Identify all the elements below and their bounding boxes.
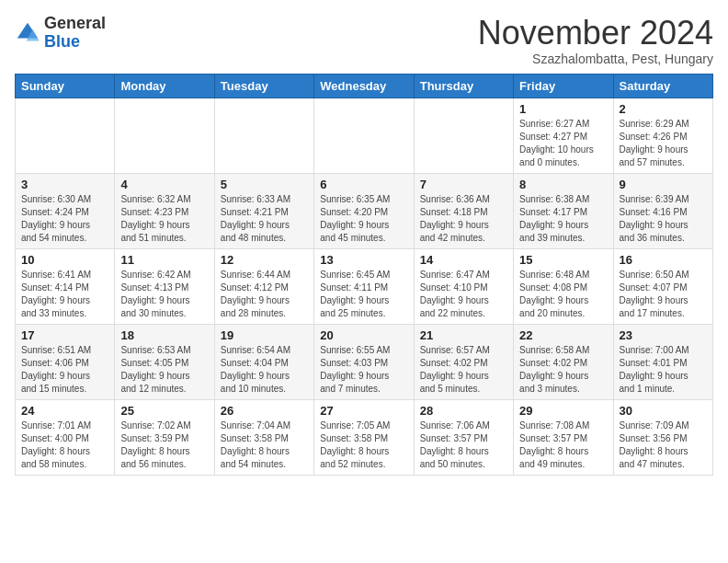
calendar-cell: 30Sunrise: 7:09 AM Sunset: 3:56 PM Dayli… — [613, 399, 712, 475]
location: Szazhalombatta, Pest, Hungary — [478, 52, 713, 66]
calendar-cell: 15Sunrise: 6:48 AM Sunset: 4:08 PM Dayli… — [514, 248, 613, 324]
day-number: 4 — [120, 178, 208, 191]
day-number: 16 — [620, 253, 707, 267]
day-info: Sunrise: 6:44 AM Sunset: 4:12 PM Dayligh… — [221, 269, 308, 320]
weekday-header-thursday: Thursday — [414, 74, 513, 98]
day-info: Sunrise: 6:38 AM Sunset: 4:17 PM Dayligh… — [519, 193, 607, 245]
calendar-cell: 17Sunrise: 6:51 AM Sunset: 4:06 PM Dayli… — [16, 324, 115, 399]
logo: General Blue — [15, 15, 106, 52]
day-number: 15 — [519, 253, 607, 267]
calendar-cell: 28Sunrise: 7:06 AM Sunset: 3:57 PM Dayli… — [414, 399, 513, 475]
day-number: 7 — [420, 178, 507, 191]
day-info: Sunrise: 6:29 AM Sunset: 4:26 PM Dayligh… — [620, 118, 707, 169]
day-number: 12 — [221, 253, 308, 267]
weekday-header-wednesday: Wednesday — [314, 74, 414, 98]
day-number: 3 — [21, 178, 108, 191]
day-info: Sunrise: 6:45 AM Sunset: 4:11 PM Dayligh… — [320, 269, 407, 320]
calendar-cell — [314, 98, 414, 173]
day-info: Sunrise: 6:32 AM Sunset: 4:23 PM Dayligh… — [120, 193, 208, 245]
day-info: Sunrise: 6:55 AM Sunset: 4:03 PM Dayligh… — [320, 344, 407, 396]
day-info: Sunrise: 6:47 AM Sunset: 4:10 PM Dayligh… — [420, 269, 507, 320]
day-number: 27 — [320, 404, 407, 418]
day-number: 9 — [620, 178, 707, 191]
day-info: Sunrise: 7:05 AM Sunset: 3:58 PM Dayligh… — [320, 419, 407, 471]
calendar-cell — [414, 98, 513, 173]
day-info: Sunrise: 6:27 AM Sunset: 4:27 PM Dayligh… — [519, 118, 607, 169]
day-number: 6 — [320, 178, 407, 191]
weekday-header-tuesday: Tuesday — [214, 74, 313, 98]
day-info: Sunrise: 7:08 AM Sunset: 3:57 PM Dayligh… — [519, 419, 607, 471]
calendar-cell: 13Sunrise: 6:45 AM Sunset: 4:11 PM Dayli… — [314, 248, 414, 324]
calendar-cell: 7Sunrise: 6:36 AM Sunset: 4:18 PM Daylig… — [414, 173, 513, 248]
weekday-header-saturday: Saturday — [613, 74, 712, 98]
day-number: 18 — [120, 328, 208, 342]
day-number: 23 — [620, 328, 707, 342]
day-number: 5 — [221, 178, 308, 191]
day-info: Sunrise: 6:36 AM Sunset: 4:18 PM Dayligh… — [420, 193, 507, 245]
calendar-cell: 12Sunrise: 6:44 AM Sunset: 4:12 PM Dayli… — [214, 248, 313, 324]
page-header: General Blue November 2024 Szazhalombatt… — [15, 15, 713, 66]
day-info: Sunrise: 7:04 AM Sunset: 3:58 PM Dayligh… — [221, 419, 308, 471]
day-number: 8 — [519, 178, 607, 191]
day-number: 1 — [519, 102, 607, 116]
calendar-cell: 10Sunrise: 6:41 AM Sunset: 4:14 PM Dayli… — [16, 248, 115, 324]
calendar-cell: 3Sunrise: 6:30 AM Sunset: 4:24 PM Daylig… — [16, 173, 115, 248]
week-row-3: 10Sunrise: 6:41 AM Sunset: 4:14 PM Dayli… — [16, 248, 713, 324]
calendar-cell: 22Sunrise: 6:58 AM Sunset: 4:02 PM Dayli… — [514, 324, 613, 399]
calendar-cell: 26Sunrise: 7:04 AM Sunset: 3:58 PM Dayli… — [214, 399, 313, 475]
day-number: 17 — [21, 328, 108, 342]
week-row-4: 17Sunrise: 6:51 AM Sunset: 4:06 PM Dayli… — [16, 324, 713, 399]
calendar-cell: 21Sunrise: 6:57 AM Sunset: 4:02 PM Dayli… — [414, 324, 513, 399]
day-number: 21 — [420, 328, 507, 342]
day-info: Sunrise: 7:02 AM Sunset: 3:59 PM Dayligh… — [120, 419, 208, 471]
day-info: Sunrise: 7:06 AM Sunset: 3:57 PM Dayligh… — [420, 419, 507, 471]
day-info: Sunrise: 6:48 AM Sunset: 4:08 PM Dayligh… — [519, 269, 607, 320]
day-info: Sunrise: 6:53 AM Sunset: 4:05 PM Dayligh… — [120, 344, 208, 396]
day-number: 25 — [120, 404, 208, 418]
calendar-cell: 4Sunrise: 6:32 AM Sunset: 4:23 PM Daylig… — [115, 173, 214, 248]
day-info: Sunrise: 6:42 AM Sunset: 4:13 PM Dayligh… — [120, 269, 208, 320]
day-info: Sunrise: 6:58 AM Sunset: 4:02 PM Dayligh… — [519, 344, 607, 396]
week-row-5: 24Sunrise: 7:01 AM Sunset: 4:00 PM Dayli… — [16, 399, 713, 475]
calendar-cell: 11Sunrise: 6:42 AM Sunset: 4:13 PM Dayli… — [115, 248, 214, 324]
day-number: 30 — [620, 404, 707, 418]
day-number: 19 — [221, 328, 308, 342]
day-info: Sunrise: 6:30 AM Sunset: 4:24 PM Dayligh… — [21, 193, 108, 245]
calendar-cell: 29Sunrise: 7:08 AM Sunset: 3:57 PM Dayli… — [514, 399, 613, 475]
calendar-cell: 6Sunrise: 6:35 AM Sunset: 4:20 PM Daylig… — [314, 173, 414, 248]
logo-text: General Blue — [44, 15, 106, 52]
day-info: Sunrise: 6:54 AM Sunset: 4:04 PM Dayligh… — [221, 344, 308, 396]
calendar-cell: 24Sunrise: 7:01 AM Sunset: 4:00 PM Dayli… — [16, 399, 115, 475]
day-number: 20 — [320, 328, 407, 342]
day-info: Sunrise: 7:09 AM Sunset: 3:56 PM Dayligh… — [620, 419, 707, 471]
calendar: SundayMondayTuesdayWednesdayThursdayFrid… — [15, 74, 713, 476]
day-info: Sunrise: 6:39 AM Sunset: 4:16 PM Dayligh… — [620, 193, 707, 245]
weekday-header-row: SundayMondayTuesdayWednesdayThursdayFrid… — [16, 74, 713, 98]
calendar-cell: 9Sunrise: 6:39 AM Sunset: 4:16 PM Daylig… — [613, 173, 712, 248]
calendar-cell: 16Sunrise: 6:50 AM Sunset: 4:07 PM Dayli… — [613, 248, 712, 324]
title-block: November 2024 Szazhalombatta, Pest, Hung… — [478, 15, 713, 66]
calendar-cell: 23Sunrise: 7:00 AM Sunset: 4:01 PM Dayli… — [613, 324, 712, 399]
calendar-cell: 18Sunrise: 6:53 AM Sunset: 4:05 PM Dayli… — [115, 324, 214, 399]
week-row-2: 3Sunrise: 6:30 AM Sunset: 4:24 PM Daylig… — [16, 173, 713, 248]
logo-icon — [15, 20, 40, 46]
calendar-cell: 5Sunrise: 6:33 AM Sunset: 4:21 PM Daylig… — [214, 173, 313, 248]
calendar-cell — [214, 98, 313, 173]
calendar-cell: 20Sunrise: 6:55 AM Sunset: 4:03 PM Dayli… — [314, 324, 414, 399]
calendar-cell: 14Sunrise: 6:47 AM Sunset: 4:10 PM Dayli… — [414, 248, 513, 324]
week-row-1: 1Sunrise: 6:27 AM Sunset: 4:27 PM Daylig… — [16, 98, 713, 173]
day-info: Sunrise: 6:41 AM Sunset: 4:14 PM Dayligh… — [21, 269, 108, 320]
day-number: 14 — [420, 253, 507, 267]
logo-general: General — [44, 15, 106, 33]
day-number: 13 — [320, 253, 407, 267]
month-title: November 2024 — [478, 15, 713, 52]
weekday-header-monday: Monday — [115, 74, 214, 98]
day-number: 28 — [420, 404, 507, 418]
day-info: Sunrise: 7:00 AM Sunset: 4:01 PM Dayligh… — [620, 344, 707, 396]
day-number: 26 — [221, 404, 308, 418]
calendar-cell: 2Sunrise: 6:29 AM Sunset: 4:26 PM Daylig… — [613, 98, 712, 173]
day-number: 10 — [21, 253, 108, 267]
day-number: 11 — [120, 253, 208, 267]
calendar-cell: 8Sunrise: 6:38 AM Sunset: 4:17 PM Daylig… — [514, 173, 613, 248]
day-info: Sunrise: 7:01 AM Sunset: 4:00 PM Dayligh… — [21, 419, 108, 471]
